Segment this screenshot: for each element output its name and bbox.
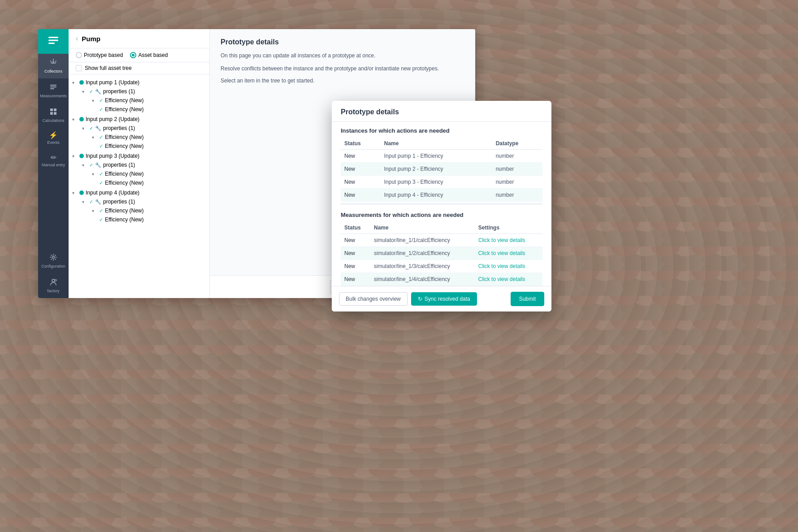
properties-icon-pump3: 🔧 (95, 162, 101, 168)
meas-settings-3[interactable]: Click to view details (475, 273, 542, 286)
pump1-eff1-label: Efficiency (New) (105, 97, 143, 104)
inst-datatype-2: number (492, 176, 542, 189)
check-pump4-eff2: ✓ (99, 217, 103, 223)
tree-item-pump1-eff1[interactable]: ▾ ✓ Efficiency (New) (69, 96, 209, 105)
measurements-row-1[interactable]: New simulator/line_1/2/calcEfficiency Cl… (341, 247, 542, 260)
tree-item-pump3-eff2[interactable]: ✓ Efficiency (New) (69, 178, 209, 187)
tree-item-pump4-eff1[interactable]: ▾ ✓ Efficiency (New) (69, 206, 209, 215)
tree-item-pump2-eff2[interactable]: ✓ Efficiency (New) (69, 142, 209, 151)
tree-item-pump2[interactable]: ▾ Input pump 2 (Update) (69, 115, 209, 124)
status-dot-pump4 (79, 190, 84, 195)
status-dot-pump2 (79, 117, 84, 121)
svg-point-19 (52, 256, 55, 259)
meas-settings-0[interactable]: Click to view details (475, 234, 542, 247)
measurements-icon (49, 83, 57, 92)
tree-item-pump4[interactable]: ▾ Input pump 4 (Update) (69, 188, 209, 197)
pump4-eff1-label: Efficiency (New) (105, 208, 143, 214)
modal-body: Instances for which actions are needed S… (332, 122, 551, 286)
chevron-pump2-props: ▾ (82, 126, 87, 131)
radio-label-prototype: Prototype based (84, 52, 123, 58)
instances-row-1[interactable]: New Input pump 2 - Efficiency number (341, 163, 542, 176)
svg-rect-18 (54, 112, 56, 115)
bulk-changes-btn-modal[interactable]: Bulk changes overview (339, 292, 408, 306)
instances-col-name: Name (381, 138, 492, 150)
check-pump1-eff1: ✓ (99, 98, 103, 104)
meas-status-2: New (341, 260, 370, 273)
tree-item-pump2-eff1[interactable]: ▾ ✓ Efficiency (New) (69, 133, 209, 142)
pump2-eff1-label: Efficiency (New) (105, 134, 143, 140)
sidebar: Collectors Measurements C (38, 29, 69, 298)
sidebar-item-events[interactable]: ⚡ Events (38, 127, 69, 150)
sync-resolved-btn-modal[interactable]: ↻ Sync resolved data (411, 292, 477, 306)
meas-status-0: New (341, 234, 370, 247)
sidebar-item-calculations[interactable]: Calculations (38, 103, 69, 128)
instances-row-2[interactable]: New Input pump 3 - Efficiency number (341, 176, 542, 189)
sidebar-item-collectors[interactable]: Collectors (38, 54, 69, 78)
tree-item-pump3[interactable]: ▾ Input pump 3 (Update) (69, 151, 209, 160)
events-icon: ⚡ (49, 132, 58, 139)
svg-point-21 (55, 279, 56, 281)
tree-panel: ‹ Pump Prototype based Asset based Show … (69, 29, 210, 298)
submit-button[interactable]: Submit (511, 292, 544, 306)
tree-item-pump1[interactable]: ▾ Input pump 1 (Update) (69, 78, 209, 87)
tree-item-pump1-props[interactable]: ▾ ✓ 🔧 properties (1) (69, 87, 209, 96)
meas-name-3: simulator/line_1/4/calcEfficiency (370, 273, 475, 286)
instances-table-container: Status Name Datatype New Input pump 1 - … (332, 138, 551, 202)
sync-icon-modal: ↻ (418, 296, 422, 302)
sidebar-item-manual-entry[interactable]: ✏ Manual entry (38, 150, 69, 172)
bulk-changes-label-modal: Bulk changes overview (346, 296, 401, 302)
tree-content: ▾ Input pump 1 (Update) ▾ ✓ 🔧 properties… (69, 74, 209, 298)
pump4-eff2-label: Efficiency (New) (105, 216, 143, 223)
instances-section-header: Instances for which actions are needed (332, 122, 551, 138)
check-pump4-eff1: ✓ (99, 208, 103, 214)
tree-item-pump4-eff2[interactable]: ✓ Efficiency (New) (69, 215, 209, 224)
tree-item-pump3-props[interactable]: ▾ ✓ 🔧 properties (1) (69, 160, 209, 169)
tree-item-pump2-props[interactable]: ▾ ✓ 🔧 properties (1) (69, 124, 209, 133)
inst-name-0: Input pump 1 - Efficiency (381, 150, 492, 163)
tree-item-pump1-eff2[interactable]: ✓ Efficiency (New) (69, 105, 209, 114)
measurements-table-container: Status Name Settings New simulator/line_… (332, 222, 551, 286)
checkbox-full-tree[interactable] (76, 65, 82, 71)
check-pump4-props: ✓ (89, 199, 93, 205)
tree-group-pump3: ▾ Input pump 3 (Update) ▾ ✓ 🔧 properties… (69, 151, 209, 187)
meas-col-settings: Settings (475, 222, 542, 234)
detail-desc-line1: On this page you can update all instance… (221, 52, 464, 60)
measurements-row-0[interactable]: New simulator/line_1/1/calcEfficiency Cl… (341, 234, 542, 247)
radio-prototype-based[interactable]: Prototype based (76, 52, 123, 58)
sidebar-item-factory[interactable]: factory (38, 273, 69, 298)
check-pump2-eff2: ✓ (99, 143, 103, 149)
inst-status-3: New (341, 189, 381, 202)
checkbox-row[interactable]: Show full asset tree (69, 62, 209, 74)
tree-item-pump3-eff1[interactable]: ▾ ✓ Efficiency (New) (69, 169, 209, 178)
measurements-row-3[interactable]: New simulator/line_1/4/calcEfficiency Cl… (341, 273, 542, 286)
inst-name-2: Input pump 3 - Efficiency (381, 176, 492, 189)
instances-row-0[interactable]: New Input pump 1 - Efficiency number (341, 150, 542, 163)
sidebar-label-events: Events (47, 140, 60, 145)
instances-row-3[interactable]: New Input pump 4 - Efficiency number (341, 189, 542, 202)
properties-icon-pump4: 🔧 (95, 199, 101, 205)
inst-datatype-3: number (492, 189, 542, 202)
sidebar-item-measurements[interactable]: Measurements (38, 78, 69, 103)
chevron-pump4-eff1: ▾ (92, 208, 97, 213)
inst-status-0: New (341, 150, 381, 163)
tree-group-pump4: ▾ Input pump 4 (Update) ▾ ✓ 🔧 properties… (69, 188, 209, 224)
check-pump2-eff1: ✓ (99, 134, 103, 140)
meas-name-0: simulator/line_1/1/calcEfficiency (370, 234, 475, 247)
section-divider (341, 203, 542, 204)
tree-item-pump4-props[interactable]: ▾ ✓ 🔧 properties (1) (69, 197, 209, 206)
radio-dot-asset (130, 52, 136, 58)
meas-status-1: New (341, 247, 370, 260)
svg-rect-16 (54, 108, 56, 111)
measurements-row-2[interactable]: New simulator/line_1/3/calcEfficiency Cl… (341, 260, 542, 273)
meas-settings-1[interactable]: Click to view details (475, 247, 542, 260)
radio-asset-based[interactable]: Asset based (130, 52, 168, 58)
meas-settings-2[interactable]: Click to view details (475, 260, 542, 273)
sidebar-label-manual-entry: Manual entry (42, 163, 65, 168)
tree-group-pump1: ▾ Input pump 1 (Update) ▾ ✓ 🔧 properties… (69, 78, 209, 114)
svg-rect-14 (50, 88, 54, 89)
svg-rect-8 (48, 37, 58, 38)
detail-title: Prototype details (221, 38, 464, 46)
sidebar-item-configuration[interactable]: Configuration (38, 249, 69, 273)
back-button[interactable]: ‹ (76, 35, 78, 43)
pump1-props-label: properties (1) (103, 88, 135, 95)
